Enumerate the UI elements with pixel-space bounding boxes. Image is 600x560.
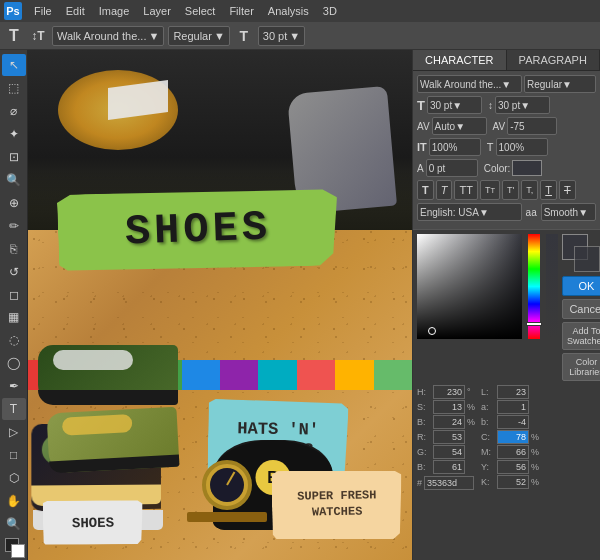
k-unit: % [531, 477, 539, 487]
g-input[interactable] [433, 445, 465, 459]
tracking-icon: AV [493, 121, 506, 132]
language-value: English: USA [420, 207, 479, 218]
baseline-field[interactable]: 0 pt [426, 159, 478, 177]
crop-tool[interactable]: ⊡ [2, 146, 26, 168]
l-input[interactable] [497, 385, 529, 399]
m-input[interactable] [497, 445, 529, 459]
eraser-tool[interactable]: ◻ [2, 284, 26, 306]
eyedropper-tool[interactable]: 🔍 [2, 169, 26, 191]
b-rgb-input[interactable] [433, 460, 465, 474]
pen-tool[interactable]: ✒ [2, 375, 26, 397]
b-label: B: [417, 417, 431, 427]
color-strip-purple [220, 360, 258, 390]
menu-layer[interactable]: Layer [137, 3, 177, 19]
y-input[interactable] [497, 460, 529, 474]
color-swatch[interactable] [512, 160, 542, 176]
bold-btn[interactable]: T [417, 180, 434, 200]
hue-slider[interactable] [528, 234, 540, 339]
right-panel: CHARACTER PARAGRAPH Walk Around the... ▼… [412, 50, 600, 560]
scale-h-field[interactable]: 100% [496, 138, 548, 156]
b-lab-input[interactable] [497, 415, 529, 429]
marquee-tool[interactable]: ⬚ [2, 77, 26, 99]
lasso-tool[interactable]: ⌀ [2, 100, 26, 122]
italic-btn[interactable]: T [436, 180, 453, 200]
color-strip-amber [335, 360, 373, 390]
smooth-dropdown[interactable]: Smooth ▼ [541, 203, 596, 221]
cancel-button[interactable]: Cancel [562, 299, 600, 319]
tracking-field[interactable]: -75 [507, 117, 557, 135]
magic-wand-tool[interactable]: ✦ [2, 123, 26, 145]
menu-edit[interactable]: Edit [60, 3, 91, 19]
color-gradient-box[interactable] [417, 234, 522, 339]
font-size-dropdown[interactable]: 30 pt ▼ [258, 26, 305, 46]
menu-filter[interactable]: Filter [223, 3, 259, 19]
menu-analysis[interactable]: Analysis [262, 3, 315, 19]
alpha-slider[interactable] [546, 234, 558, 339]
bright-row: B: % [417, 415, 475, 429]
app-icon: Ps [4, 2, 22, 20]
hand-tool[interactable]: ✋ [2, 490, 26, 512]
menu-select[interactable]: Select [179, 3, 222, 19]
a-input[interactable] [497, 400, 529, 414]
font-family-dropdown[interactable]: Walk Around the... ▼ [52, 26, 164, 46]
leading-field[interactable]: 30 pt ▼ [495, 96, 550, 114]
shape-tool[interactable]: □ [2, 444, 26, 466]
tab-paragraph[interactable]: PARAGRAPH [507, 50, 601, 70]
c-input[interactable] [497, 430, 529, 444]
l-row: L: [481, 385, 539, 399]
menu-3d[interactable]: 3D [317, 3, 343, 19]
watches-text: SUPER FRESH WATCHES [277, 488, 398, 521]
h-input[interactable] [433, 385, 465, 399]
blur-tool[interactable]: ◌ [2, 329, 26, 351]
c-label: C: [481, 432, 495, 442]
r-input[interactable] [433, 430, 465, 444]
a-row: a: [481, 400, 539, 414]
font-size-field[interactable]: 30 pt ▼ [427, 96, 482, 114]
dialog-buttons: OK Cancel Add To Swatches Color Librarie… [562, 276, 600, 381]
font-style-dropdown[interactable]: Regular ▼ [168, 26, 229, 46]
path-select-tool[interactable]: ▷ [2, 421, 26, 443]
scale-v-icon: IT [417, 141, 427, 153]
zoom-tool[interactable]: 🔍 [2, 513, 26, 535]
strikethrough-btn[interactable]: T [559, 180, 576, 200]
canvas-area[interactable]: SHOES [28, 50, 412, 560]
menu-image[interactable]: Image [93, 3, 136, 19]
hex-input[interactable] [424, 476, 474, 490]
tab-character[interactable]: CHARACTER [413, 50, 507, 70]
language-dropdown[interactable]: English: USA ▼ [417, 203, 522, 221]
char-font-style[interactable]: Regular ▼ [524, 75, 596, 93]
gradient-tool[interactable]: ▦ [2, 306, 26, 328]
history-brush-tool[interactable]: ↺ [2, 261, 26, 283]
healing-brush-tool[interactable]: ⊕ [2, 192, 26, 214]
color-fields-area: H: ° S: % B: % R: [417, 385, 596, 490]
s-input[interactable] [433, 400, 465, 414]
clone-stamp-tool[interactable]: ⎘ [2, 238, 26, 260]
allcaps-btn[interactable]: TT [454, 180, 477, 200]
move-tool[interactable]: ↖ [2, 54, 26, 76]
super-btn[interactable]: T' [502, 180, 519, 200]
brush-tool[interactable]: ✏ [2, 215, 26, 237]
add-swatches-button[interactable]: Add To Swatches [562, 322, 600, 350]
color-libraries-button[interactable]: Color Libraries [562, 353, 600, 381]
sub-btn[interactable]: T, [521, 180, 538, 200]
color-picker-main: OK Cancel Add To Swatches Color Librarie… [417, 234, 596, 381]
kerning-field[interactable]: Auto ▼ [432, 117, 487, 135]
3d-tool[interactable]: ⬡ [2, 467, 26, 489]
dodge-tool[interactable]: ◯ [2, 352, 26, 374]
shoes-small-text: SHOES [72, 514, 114, 531]
g-label: G: [417, 447, 431, 457]
scale-v-field[interactable]: 100% [429, 138, 481, 156]
font-style-label: Regular [173, 30, 212, 42]
char-font-family[interactable]: Walk Around the... ▼ [417, 75, 522, 93]
b-input[interactable] [433, 415, 465, 429]
y-row: Y: % [481, 460, 539, 474]
underline-btn[interactable]: T [540, 180, 557, 200]
smallcaps-btn[interactable]: TT [480, 180, 500, 200]
a-label: a: [481, 402, 495, 412]
type-tool[interactable]: T [2, 398, 26, 420]
fg-bg-colors[interactable] [3, 536, 25, 556]
ok-button[interactable]: OK [562, 276, 600, 296]
k-input[interactable] [497, 475, 529, 489]
menu-file[interactable]: File [28, 3, 58, 19]
b-rgb-label: B: [417, 462, 431, 472]
